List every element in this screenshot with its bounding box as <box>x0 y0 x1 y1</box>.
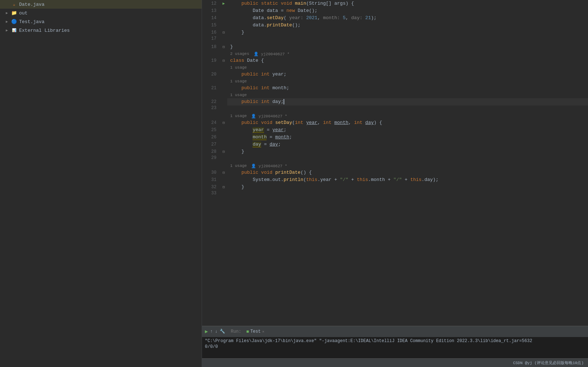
status-bar: CSDN @yj (评论意见必回版每晚10点) <box>202 358 588 367</box>
code-content: class Date { <box>227 57 588 64</box>
line-num: 21 <box>202 86 220 91</box>
gutter-fold[interactable]: ⊟ <box>220 30 227 35</box>
sidebar-item-label: External Libraries <box>19 28 70 33</box>
line-num: 22 <box>202 99 220 104</box>
code-container[interactable]: 12 ▶ public static void main(String[] ar… <box>202 0 588 326</box>
line-num: 31 <box>202 177 220 182</box>
code-content: } <box>227 148 588 155</box>
line-num: 20 <box>202 72 220 77</box>
down-button[interactable]: ↓ <box>215 329 218 334</box>
arrow-icon: ▶ <box>6 11 11 15</box>
gutter-run: ▶ <box>220 1 227 6</box>
code-content: year = year; <box>227 126 588 134</box>
hint-user: 👤 yj20040627 * <box>251 114 287 118</box>
csdn-label: CSDN @yj (评论意见必回版每晚10点) <box>513 360 584 366</box>
code-lines: 12 ▶ public static void main(String[] ar… <box>202 0 588 198</box>
gutter-fold[interactable]: ⊟ <box>220 150 227 154</box>
code-content: day = day; <box>227 141 588 148</box>
sidebar-item-test-java[interactable]: ▶ 🔵 Test.java <box>0 17 202 26</box>
code-line-29: 29 <box>202 155 588 163</box>
code-line-20: 20 public int year; <box>202 71 588 78</box>
run-button[interactable]: ▶ <box>205 328 208 334</box>
run-label: Run: <box>231 329 241 334</box>
code-line-18: 18 ⊟ } <box>202 43 588 51</box>
line-num: 26 <box>202 135 220 140</box>
main-container: ☕ Date.java ▶ 📁 out ▶ 🔵 Test.java ▶ 📊 Ex… <box>0 0 588 367</box>
code-content: } <box>227 43 588 51</box>
hint-usages: 1 usage <box>230 65 247 70</box>
code-line-13: 13 Date data = new Date(); <box>202 7 588 14</box>
code-content: month = month; <box>227 134 588 141</box>
code-line-19: 19 ⊟ class Date { <box>202 57 588 64</box>
sidebar-item-date-java[interactable]: ☕ Date.java <box>0 0 202 9</box>
line-num: 15 <box>202 23 220 28</box>
line-num: 19 <box>202 58 220 63</box>
gutter-fold[interactable]: ⊟ <box>220 185 227 189</box>
terminal-result: 0/0/0 <box>205 344 585 349</box>
code-line-30: 30 ⊟ public void printDate() { <box>202 169 588 176</box>
line-num: 33 <box>202 191 220 196</box>
hint-line-21: 1 usage <box>202 78 588 85</box>
code-content: public int month; <box>227 85 588 92</box>
code-content: public int year; <box>227 71 588 78</box>
settings-icon[interactable]: 🔧 <box>220 329 225 334</box>
sidebar: ☕ Date.java ▶ 📁 out ▶ 🔵 Test.java ▶ 📊 Ex… <box>0 0 202 367</box>
gutter-fold[interactable]: ⊟ <box>220 59 227 63</box>
gutter-fold[interactable]: ⊟ <box>220 121 227 125</box>
code-line-26: 26 month = month; <box>202 134 588 141</box>
code-line-24: 24 ⊟ public void setDay(int year, int mo… <box>202 119 588 126</box>
hint-line-24: 1 usage 👤 yj20040627 * <box>202 113 588 119</box>
hint-line-19: 2 usages 👤 yj20040627 * <box>202 51 588 57</box>
run-tab-label: Test <box>250 329 261 334</box>
hint-usages: 1 usage <box>230 93 247 97</box>
code-line-21: 21 public int month; <box>202 85 588 92</box>
action-buttons: ▶ ↑ ↓ 🔧 <box>205 328 225 334</box>
hint-user: 👤 yj20040627 * <box>251 164 287 168</box>
hint-line-22: 1 usage <box>202 92 588 98</box>
hint-line-30: 1 usage 👤 yj20040627 * <box>202 163 588 169</box>
arrow-icon: ▶ <box>6 28 11 33</box>
arrow-icon: ▶ <box>6 20 11 24</box>
close-tab-button[interactable]: ✕ <box>262 329 264 334</box>
code-line-15: 15 data.printDate(); <box>202 22 588 29</box>
line-num: 29 <box>202 155 220 160</box>
run-tab[interactable]: ◼ Test ✕ <box>246 329 264 334</box>
test-file-icon: 🔵 <box>11 18 17 25</box>
hint-usages: 2 usages <box>230 52 249 56</box>
code-line-31: 31 System.out.println(this.year + "/" + … <box>202 176 588 184</box>
up-button[interactable]: ↑ <box>210 329 212 334</box>
sidebar-item-out[interactable]: ▶ 📁 out <box>0 9 202 17</box>
sidebar-item-label: out <box>19 10 27 16</box>
line-num: 24 <box>202 120 220 125</box>
line-num: 18 <box>202 44 220 49</box>
code-content: public void setDay(int year, int month, … <box>227 119 588 126</box>
terminal-command: "C:\Program Files\Java\jdk-17\bin\java.e… <box>205 338 585 344</box>
gutter-fold[interactable]: ⊟ <box>220 170 227 175</box>
code-line-25: 25 year = year; <box>202 126 588 134</box>
code-line-23: 23 <box>202 105 588 113</box>
sidebar-item-external-libs[interactable]: ▶ 📊 External Libraries <box>0 26 202 35</box>
gutter-fold[interactable]: ⊟ <box>220 45 227 49</box>
folder-icon: 📁 <box>11 10 17 16</box>
code-content: public int day; <box>227 98 588 105</box>
code-line-22: 22 public int day; <box>202 98 588 105</box>
code-line-14: 14 data.setDay( year: 2021, month: 5, da… <box>202 14 588 22</box>
code-line-16: 16 ⊟ } <box>202 29 588 36</box>
java-file-icon: ☕ <box>11 1 17 8</box>
line-num: 16 <box>202 30 220 35</box>
line-num: 12 <box>202 1 220 6</box>
bottom-section: ▶ ↑ ↓ 🔧 Run: ◼ Test ✕ "C:\Program Files\… <box>202 326 588 367</box>
sidebar-item-label: Test.java <box>19 19 44 25</box>
hint-line-20: 1 usage <box>202 64 588 71</box>
code-content: public void printDate() { <box>227 169 588 176</box>
line-num: 14 <box>202 16 220 21</box>
line-num: 32 <box>202 185 220 190</box>
line-num: 25 <box>202 128 220 133</box>
code-content: System.out.println(this.year + "/" + thi… <box>227 176 588 184</box>
hint-usages: 1 usage <box>230 79 247 83</box>
hint-user: 👤 yj20040627 * <box>254 52 290 56</box>
code-content: } <box>227 29 588 36</box>
line-num: 17 <box>202 36 220 41</box>
code-line-28: 28 ⊟ } <box>202 148 588 155</box>
line-num: 13 <box>202 8 220 13</box>
